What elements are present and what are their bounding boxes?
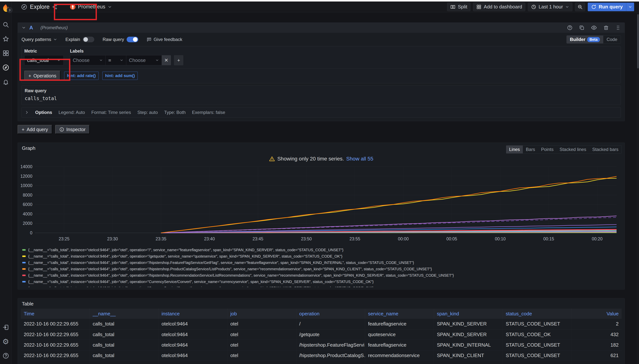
alerting-bell-icon[interactable]	[2, 78, 9, 85]
split-button[interactable]: Split	[447, 2, 470, 11]
chevron-down-icon	[565, 5, 569, 9]
drag-handle-icon[interactable]	[615, 25, 621, 30]
sidebar-expand-button[interactable]	[7, 7, 13, 13]
query-options-box[interactable]: Options Legend: Auto Format: Time series…	[22, 107, 621, 118]
raw-query-toggle[interactable]	[127, 37, 138, 42]
table-cell: SPAN_KIND_SERVER	[434, 361, 503, 364]
legend-item[interactable]: {__name__="calls_total", instance="otelc…	[22, 253, 622, 260]
column-header--name-[interactable]: __name__	[90, 309, 158, 319]
comment-icon	[146, 37, 152, 42]
legend-swatch[interactable]	[22, 256, 26, 257]
run-query-button[interactable]: Run query	[588, 2, 634, 11]
table-cell: SPAN_KIND_SERVER	[434, 319, 503, 329]
code-mode-tab[interactable]: Code	[603, 36, 621, 44]
results-table: Time__name__instancejoboperationservice_…	[21, 309, 622, 364]
table-cell: 2022-10-16 00:22:29.655	[21, 340, 90, 350]
y-axis-label: 8000	[23, 193, 32, 198]
legend-item[interactable]: {__name__="calls_total", instance="otelc…	[22, 278, 622, 285]
mode-stacked-lines[interactable]: Stacked lines	[556, 146, 589, 154]
x-axis-label: 23:55	[350, 236, 360, 241]
add-label-filter-button[interactable]: +	[174, 55, 183, 65]
table-row: 2022-10-16 00:22:29.655calls_totalotelco…	[21, 329, 622, 340]
column-header-job[interactable]: job	[227, 309, 296, 319]
option-step: Step: auto	[137, 110, 158, 115]
label-value-placeholder: Choose	[129, 58, 146, 63]
add-query-button[interactable]: + Add query	[18, 125, 52, 134]
mode-lines[interactable]: Lines	[506, 146, 523, 154]
column-header-instance[interactable]: instance	[158, 309, 227, 319]
table-cell: 2022-10-16 00:22:29.655	[21, 350, 90, 361]
legend-item[interactable]: {__name__="calls_total", instance="otelc…	[22, 247, 622, 253]
option-format: Format: Time series	[91, 110, 131, 115]
legend-swatch[interactable]	[22, 268, 26, 270]
column-header-time[interactable]: Time	[21, 309, 90, 319]
query-datasource-hint: (Prometheus)	[40, 25, 68, 30]
legend-label: {__name__="calls_total", instance="otelc…	[28, 286, 374, 287]
query-row-header[interactable]: A (Prometheus)	[18, 23, 624, 33]
metric-labels-box: Metric calls_total Labels Choose	[22, 46, 621, 83]
y-axis-label: 10000	[21, 183, 32, 188]
column-header-service-name[interactable]: service_name	[365, 309, 434, 319]
collapse-chevron-icon[interactable]	[22, 26, 26, 30]
legend-swatch[interactable]	[22, 249, 26, 251]
run-query-dropdown[interactable]	[626, 2, 634, 11]
give-feedback-link[interactable]: Give feedback	[146, 37, 182, 42]
column-header-span-kind[interactable]: span_kind	[434, 309, 503, 319]
help-icon[interactable]	[2, 352, 9, 359]
label-key-placeholder: Choose	[73, 58, 90, 63]
explore-compass-icon[interactable]	[2, 64, 9, 71]
mode-stacked-bars[interactable]: Stacked bars	[589, 146, 622, 154]
hint-add-sum-button[interactable]: hint: add sum()	[102, 72, 138, 80]
search-icon[interactable]	[2, 21, 9, 28]
table-cell: SPAN_KIND_INTERNAL	[434, 340, 503, 350]
legend-item[interactable]: {__name__="calls_total", instance="otelc…	[22, 266, 622, 272]
column-header-status-code[interactable]: status_code	[503, 309, 572, 319]
time-series-chart[interactable]: 23:2523:3023:3523:4023:4523:5023:5500:00…	[21, 163, 621, 246]
page-scrollbar[interactable]	[637, 12, 639, 364]
builder-mode-tab[interactable]: Builder Beta	[566, 36, 603, 44]
settings-gear-icon[interactable]: ⚙	[2, 338, 9, 345]
explore-content: A (Prometheus) Query patterns Explain	[12, 12, 639, 364]
explain-toggle[interactable]	[83, 37, 94, 42]
table-cell: 182	[572, 340, 622, 350]
legend-swatch[interactable]	[22, 274, 26, 276]
legend-item[interactable]: {__name__="calls_total", instance="otelc…	[22, 260, 622, 266]
table-cell: 432	[572, 329, 622, 340]
column-header-operation[interactable]: operation	[296, 309, 365, 319]
x-axis-label: 23:30	[107, 236, 118, 241]
builder-label: Builder	[570, 37, 586, 42]
top-navbar: Explore Prometheus Split Add to dashboar…	[12, 2, 639, 12]
time-range-picker[interactable]: Last 1 hour	[528, 2, 572, 11]
query-patterns-label: Query patterns	[22, 37, 51, 42]
table-cell: featureflagservice	[365, 319, 434, 329]
query-help-icon[interactable]	[567, 25, 572, 30]
legend-swatch[interactable]	[22, 281, 26, 282]
remove-label-filter-button[interactable]: ✕	[162, 55, 171, 65]
zoom-out-time-button[interactable]	[575, 2, 585, 11]
option-legend: Legend: Auto	[58, 110, 85, 115]
starred-icon[interactable]	[2, 36, 9, 42]
label-operator-select[interactable]: =	[106, 55, 126, 65]
table-cell: calls_total	[90, 340, 158, 350]
mode-points[interactable]: Points	[538, 146, 556, 154]
legend-item[interactable]: {__name__="calls_total", instance="otelc…	[22, 272, 622, 278]
inspector-button[interactable]: Inspector	[55, 125, 90, 134]
duplicate-query-icon[interactable]	[579, 25, 584, 30]
split-label: Split	[458, 4, 467, 10]
delete-query-trash-icon[interactable]	[603, 25, 609, 30]
chevron-down-icon	[53, 38, 57, 42]
sign-in-icon[interactable]	[2, 324, 9, 331]
dashboards-icon[interactable]	[2, 50, 9, 56]
scrollbar-thumb[interactable]	[637, 14, 639, 68]
label-key-select[interactable]: Choose	[70, 55, 106, 65]
query-patterns-dropdown[interactable]: Query patterns	[22, 37, 57, 42]
label-value-select[interactable]: Choose	[126, 55, 162, 65]
hide-query-eye-icon[interactable]	[591, 25, 597, 31]
show-all-series-link[interactable]: Show all 55	[346, 156, 373, 162]
add-to-dashboard-button[interactable]: Add to dashboard	[473, 2, 525, 11]
legend-item[interactable]: {__name__="calls_total", instance="otelc…	[22, 285, 622, 287]
mode-bars[interactable]: Bars	[523, 146, 538, 154]
legend-swatch[interactable]	[22, 262, 26, 263]
info-circle-icon	[59, 127, 64, 132]
column-header-value[interactable]: Value	[572, 309, 622, 319]
